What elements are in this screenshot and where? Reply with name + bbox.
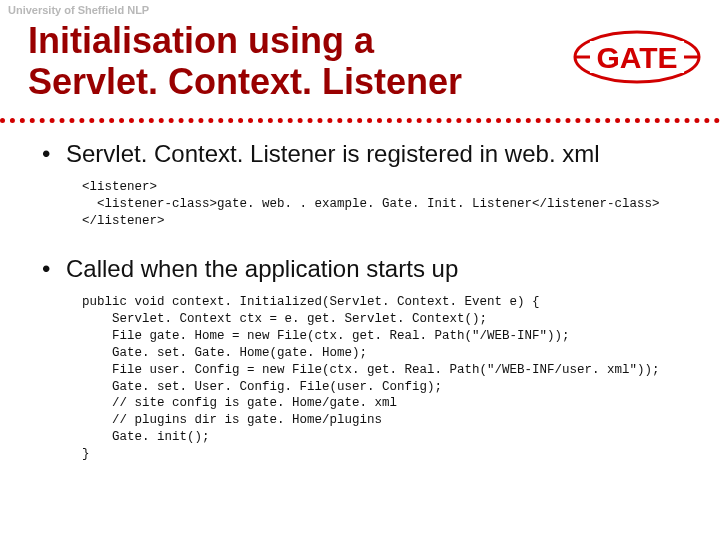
bullet-2: Called when the application starts up [42,255,690,284]
title-line-2: Servlet. Context. Listener [28,61,462,102]
code-block-2: public void context. Initialized(Servlet… [82,294,690,463]
title-line-1: Initialisation using a [28,20,374,61]
gate-logo: GATE [572,28,702,86]
slide-title: Initialisation using a Servlet. Context.… [28,20,462,103]
logo-text: GATE [596,41,677,74]
slide-body: Servlet. Context. Listener is registered… [42,140,690,489]
bullet-1: Servlet. Context. Listener is registered… [42,140,690,169]
code-block-1: <listener> <listener-class>gate. web. . … [82,179,690,230]
title-divider [0,118,720,123]
org-header-label: University of Sheffield NLP [8,4,149,16]
